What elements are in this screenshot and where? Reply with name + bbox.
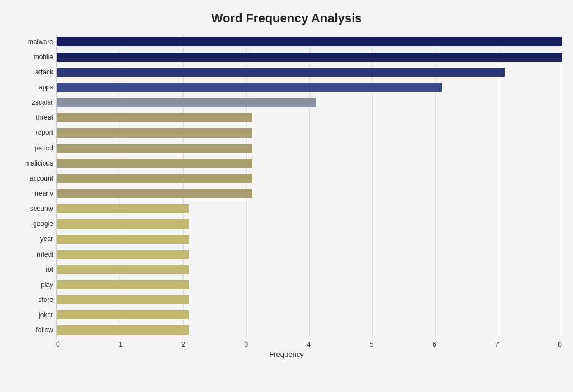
bar <box>57 295 189 304</box>
x-tick-label: 4 <box>307 341 311 348</box>
bars-and-grid <box>56 34 562 338</box>
y-label: store <box>11 296 53 303</box>
bar <box>57 53 562 62</box>
y-label: malware <box>11 39 53 45</box>
bar-row <box>57 125 562 140</box>
bar-row <box>57 262 562 277</box>
bar <box>57 98 316 107</box>
bar <box>57 128 252 137</box>
bar <box>57 235 189 244</box>
y-labels: malwaremobileattackappszscalerthreatrepo… <box>11 34 56 338</box>
y-label: report <box>11 129 53 136</box>
bars-rows <box>57 34 562 338</box>
bar-row <box>57 49 562 64</box>
bar <box>57 250 189 259</box>
bar-row <box>57 292 562 308</box>
bar <box>57 325 189 334</box>
bar-row <box>57 155 562 171</box>
y-label: nearly <box>11 190 53 197</box>
y-label: year <box>11 235 53 242</box>
y-label: mobile <box>11 54 53 60</box>
x-tick-label: 6 <box>433 341 436 348</box>
bar-row <box>57 64 562 79</box>
x-tick-label: 7 <box>495 341 499 348</box>
bar-row <box>57 323 562 338</box>
y-label: attack <box>11 69 53 75</box>
bar <box>57 37 562 46</box>
bar <box>57 189 252 198</box>
y-label: malicious <box>11 160 53 167</box>
bar <box>57 68 505 77</box>
bar-row <box>57 171 562 186</box>
bar <box>57 144 252 153</box>
y-label: follow <box>11 327 53 333</box>
x-axis-title: Frequency <box>11 350 562 358</box>
bar <box>57 219 189 228</box>
x-labels: 012345678 <box>56 341 562 348</box>
y-label: security <box>11 205 53 212</box>
bar <box>57 113 252 122</box>
y-label: play <box>11 281 53 288</box>
y-label: infect <box>11 251 53 258</box>
bar <box>57 204 189 213</box>
chart-area: malwaremobileattackappszscalerthreatrepo… <box>11 34 562 358</box>
bar-row <box>57 110 562 125</box>
bar <box>57 174 252 183</box>
chart-container: Word Frequency Analysis malwaremobileatt… <box>0 0 573 392</box>
bar-row <box>57 247 562 262</box>
y-label: joker <box>11 311 53 318</box>
x-tick-label: 8 <box>558 341 562 348</box>
bar-row <box>57 232 562 247</box>
x-tick-label: 5 <box>370 341 374 348</box>
bar <box>57 280 189 289</box>
bar <box>57 265 189 274</box>
bar <box>57 159 252 168</box>
y-label: iot <box>11 266 53 273</box>
bar-row <box>57 79 562 95</box>
y-label: google <box>11 220 53 227</box>
x-tick-label: 2 <box>181 341 185 348</box>
y-label: account <box>11 175 53 182</box>
bar-row <box>57 186 562 201</box>
bar-row <box>57 140 562 155</box>
grid-line <box>562 34 562 338</box>
bar-row <box>57 308 562 323</box>
chart-title: Word Frequency Analysis <box>11 6 562 34</box>
bar-row <box>57 216 562 232</box>
y-label: threat <box>11 114 53 121</box>
x-tick-label: 0 <box>56 341 60 348</box>
bar <box>57 83 442 92</box>
bar-row <box>57 95 562 110</box>
x-axis: 012345678 <box>11 341 562 348</box>
bar-row <box>57 201 562 216</box>
x-tick-label: 1 <box>119 341 123 348</box>
y-label: zscaler <box>11 99 53 106</box>
bars-section: malwaremobileattackappszscalerthreatrepo… <box>11 34 562 338</box>
x-tick-label: 3 <box>244 341 248 348</box>
bar-row <box>57 277 562 292</box>
bar <box>57 310 189 319</box>
bar-row <box>57 34 562 49</box>
y-label: period <box>11 145 53 152</box>
y-label: apps <box>11 84 53 91</box>
